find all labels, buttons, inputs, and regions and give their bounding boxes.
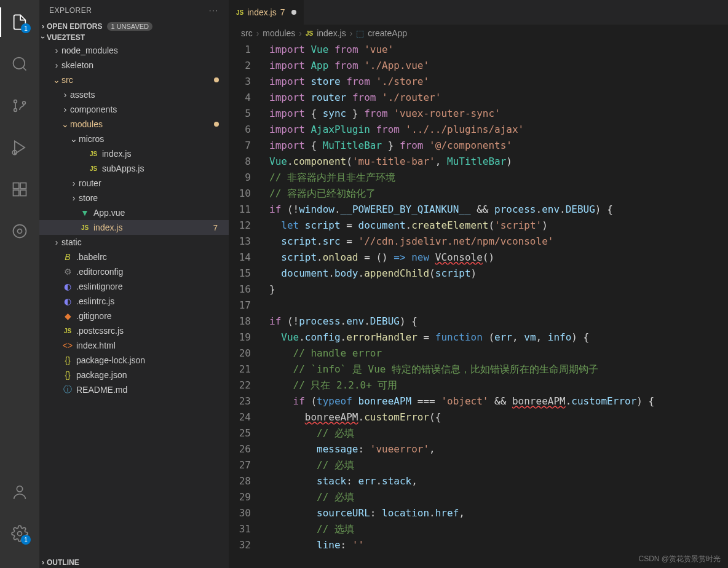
breadcrumb-item[interactable]: index.js bbox=[317, 28, 346, 38]
breadcrumb-item[interactable]: src bbox=[241, 28, 253, 38]
explorer-sidebar: EXPLORER ··· › OPEN EDITORS 1 UNSAVED › … bbox=[39, 0, 229, 568]
activity-search[interactable] bbox=[5, 49, 34, 79]
sidebar-more-icon[interactable]: ··· bbox=[209, 6, 219, 15]
tree-item[interactable]: ›components bbox=[39, 102, 229, 117]
tree-item[interactable]: ⌄micros bbox=[39, 132, 229, 146]
tree-item-label: src bbox=[61, 75, 214, 85]
tree-item-label: micros bbox=[79, 134, 224, 144]
tree-item[interactable]: <>index.html bbox=[39, 338, 229, 353]
tabs: JS index.js 7 bbox=[229, 0, 728, 25]
chevron-right-icon: › bbox=[69, 178, 79, 188]
svg-line-1 bbox=[23, 68, 26, 71]
account-icon bbox=[11, 483, 28, 500]
tab-index-js[interactable]: JS index.js 7 bbox=[229, 0, 304, 25]
breadcrumbs[interactable]: src › modules › JS index.js › ⬚ createAp… bbox=[229, 25, 728, 42]
json-icon: {} bbox=[61, 355, 74, 365]
tree-item-label: static bbox=[61, 237, 224, 247]
open-editors-label: OPEN EDITORS bbox=[47, 22, 102, 31]
activity-extensions[interactable] bbox=[5, 175, 34, 204]
tree-item[interactable]: ›skeleton bbox=[39, 58, 229, 73]
tab-problems: 7 bbox=[280, 7, 285, 17]
tree-item[interactable]: ›node_modules bbox=[39, 43, 229, 58]
branch-icon bbox=[11, 97, 28, 114]
open-editors-section[interactable]: › OPEN EDITORS 1 UNSAVED bbox=[39, 21, 229, 32]
breadcrumb-item[interactable]: modules bbox=[263, 28, 295, 38]
files-badge: 1 bbox=[21, 23, 31, 33]
tree-item[interactable]: ◆.gitignore bbox=[39, 309, 229, 323]
dirty-indicator-icon bbox=[291, 10, 296, 15]
tree-item[interactable]: ›store bbox=[39, 191, 229, 205]
chevron-right-icon: › bbox=[52, 237, 61, 247]
svg-point-10 bbox=[18, 229, 22, 234]
chevron-down-icon: ⌄ bbox=[60, 119, 70, 129]
tree-item[interactable]: ›assets bbox=[39, 87, 229, 102]
tree-item[interactable]: ⚙.editorconfig bbox=[39, 264, 229, 279]
tree-item[interactable]: ›static bbox=[39, 235, 229, 250]
tree-item[interactable]: ›router bbox=[39, 176, 229, 191]
breadcrumb-item[interactable]: createApp bbox=[368, 28, 407, 38]
debug-icon bbox=[11, 139, 28, 156]
svg-point-4 bbox=[23, 101, 26, 105]
search-icon bbox=[11, 55, 28, 73]
activity-explorer[interactable]: 1 bbox=[5, 7, 34, 37]
code-content[interactable]: import Vue from 'vue'import App from './… bbox=[266, 42, 728, 568]
problems-count: 7 bbox=[213, 223, 218, 232]
chevron-down-icon: ⌄ bbox=[69, 134, 79, 144]
settings-badge: 1 bbox=[21, 535, 31, 545]
svg-rect-7 bbox=[14, 190, 19, 195]
tree-item-label: .babelrc bbox=[76, 252, 224, 262]
tree-item[interactable]: {}package-lock.json bbox=[39, 353, 229, 368]
code-editor[interactable]: 1234567891011121314151617181920212223242… bbox=[229, 42, 728, 568]
tree-item-label: .editorconfig bbox=[76, 267, 224, 277]
tree-item[interactable]: JSsubApps.js bbox=[39, 161, 229, 176]
editor-area: JS index.js 7 src › modules › JS index.j… bbox=[229, 0, 728, 568]
tree-item[interactable]: ⌄src bbox=[39, 73, 229, 87]
tab-label: index.js bbox=[247, 7, 276, 17]
line-numbers: 1234567891011121314151617181920212223242… bbox=[229, 42, 266, 568]
tree-item[interactable]: ⓘREADME.md bbox=[39, 382, 229, 397]
outline-section[interactable]: › OUTLINE bbox=[39, 557, 229, 568]
tree-item[interactable]: ◐.eslintrc.js bbox=[39, 294, 229, 309]
git-icon: ◆ bbox=[61, 311, 74, 321]
tree-item-label: README.md bbox=[76, 385, 224, 395]
tree-item[interactable]: B.babelrc bbox=[39, 250, 229, 264]
tree-item-label: index.js bbox=[93, 223, 213, 232]
activity-debug[interactable] bbox=[5, 133, 34, 162]
tree-item-label: store bbox=[79, 193, 224, 203]
tree-item[interactable]: ◐.eslintignore bbox=[39, 279, 229, 294]
symbol-icon: ⬚ bbox=[356, 28, 364, 38]
project-name: VUE2TEST bbox=[47, 33, 85, 42]
tree-item-label: subApps.js bbox=[102, 164, 224, 173]
vue-icon: ▼ bbox=[79, 208, 91, 218]
chevron-right-icon: › bbox=[52, 45, 61, 55]
svg-point-11 bbox=[14, 225, 26, 238]
sidebar-header: EXPLORER ··· bbox=[39, 0, 229, 21]
chevron-right-icon: › bbox=[299, 28, 302, 38]
tree-item[interactable]: JSindex.js bbox=[39, 146, 229, 161]
file-tree: ›node_modules›skeleton⌄src›assets›compon… bbox=[39, 43, 229, 557]
tree-item[interactable]: JS.postcssrc.js bbox=[39, 323, 229, 338]
info-icon: ⓘ bbox=[61, 384, 74, 395]
babel-icon: B bbox=[61, 252, 74, 262]
tree-item-label: modules bbox=[70, 119, 214, 129]
svg-point-0 bbox=[14, 58, 25, 69]
chevron-right-icon: › bbox=[52, 60, 61, 70]
project-section[interactable]: › VUE2TEST bbox=[39, 32, 229, 43]
chevron-right-icon: › bbox=[60, 105, 70, 114]
extensions-icon bbox=[11, 181, 28, 198]
js-icon: JS bbox=[87, 165, 100, 172]
activity-settings[interactable]: 1 bbox=[5, 519, 34, 548]
modified-dot-icon bbox=[214, 77, 219, 82]
chevron-right-icon: › bbox=[256, 28, 259, 38]
activity-remote[interactable] bbox=[5, 216, 34, 246]
tree-item-label: .gitignore bbox=[76, 311, 224, 321]
tree-item[interactable]: JSindex.js7 bbox=[39, 220, 229, 235]
tree-item[interactable]: ▼App.vue bbox=[39, 205, 229, 220]
tree-item[interactable]: {}package.json bbox=[39, 368, 229, 382]
chevron-right-icon: › bbox=[350, 28, 353, 38]
activity-bottom: 1 bbox=[5, 477, 34, 561]
activity-scm[interactable] bbox=[5, 91, 34, 120]
activity-account[interactable] bbox=[5, 477, 34, 507]
json-icon: {} bbox=[61, 370, 74, 380]
tree-item[interactable]: ⌄modules bbox=[39, 117, 229, 132]
